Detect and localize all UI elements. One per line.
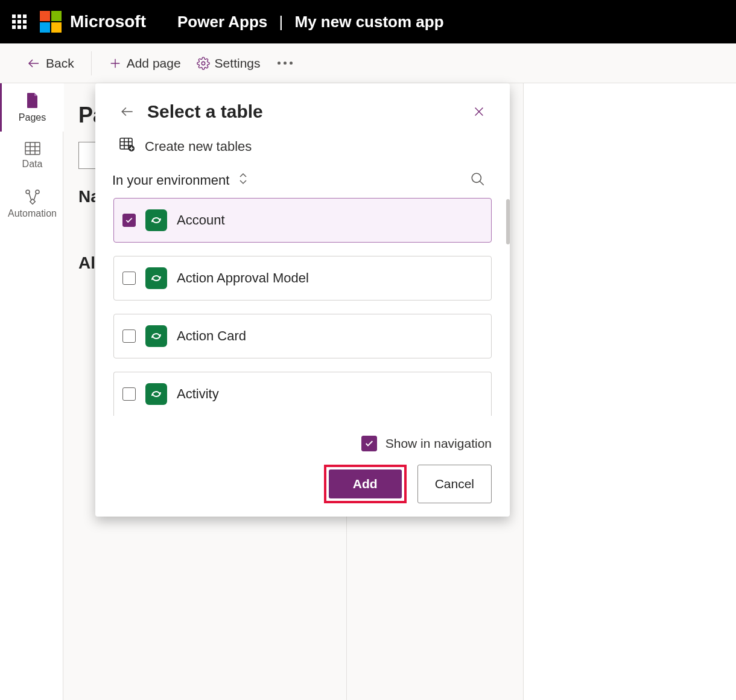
page-icon: [25, 92, 40, 109]
rail-label: Data: [22, 159, 43, 170]
dialog-back-button[interactable]: [119, 104, 135, 119]
checkbox[interactable]: [122, 329, 136, 343]
dataverse-icon: [145, 209, 167, 231]
settings-label: Settings: [215, 56, 261, 71]
toolbar-separator: [91, 51, 92, 75]
dataverse-icon: [145, 267, 167, 289]
table-item-account[interactable]: Account: [113, 198, 492, 243]
automation-icon: [25, 189, 40, 205]
rail-item-data[interactable]: Data: [0, 132, 63, 180]
table-icon: [25, 142, 40, 155]
table-item-action-approval-model[interactable]: Action Approval Model: [113, 256, 492, 301]
arrow-left-icon: [27, 56, 41, 71]
preview-pane: [523, 83, 736, 700]
app-launcher-icon[interactable]: [12, 14, 27, 29]
back-label: Back: [46, 56, 74, 71]
checkbox[interactable]: [122, 272, 136, 285]
dialog-title: Select a table: [147, 101, 460, 122]
search-button[interactable]: [470, 171, 486, 189]
all-header-fragment: Al: [78, 253, 95, 273]
scrollbar-thumb[interactable]: [506, 199, 510, 244]
show-nav-label: Show in navigation: [385, 436, 492, 451]
create-new-tables-button[interactable]: Create new tables: [95, 129, 510, 167]
back-button[interactable]: Back: [24, 52, 77, 74]
add-page-button[interactable]: Add page: [106, 52, 183, 74]
environment-filter-button[interactable]: In your environment: [112, 172, 249, 189]
app-title: Power Apps | My new custom app: [177, 13, 444, 31]
table-item-activity[interactable]: Activity: [113, 372, 492, 416]
cancel-button[interactable]: Cancel: [417, 465, 492, 503]
add-page-label: Add page: [127, 56, 181, 71]
more-button[interactable]: [274, 58, 296, 68]
table-label: Account: [177, 212, 225, 228]
plus-icon: [109, 57, 122, 70]
rail-item-pages[interactable]: Pages: [0, 83, 63, 132]
svg-point-0: [201, 62, 205, 65]
table-label: Action Approval Model: [177, 270, 309, 286]
brand-text: Microsoft: [70, 12, 146, 31]
top-header: Microsoft Power Apps | My new custom app: [0, 0, 736, 43]
sort-icon: [238, 172, 249, 189]
table-item-action-card[interactable]: Action Card: [113, 314, 492, 358]
show-in-navigation-row: Show in navigation: [113, 436, 492, 451]
dataverse-icon: [145, 325, 167, 347]
table-label: Activity: [177, 386, 219, 402]
gear-icon: [197, 57, 210, 70]
table-label: Action Card: [177, 328, 246, 344]
microsoft-logo-icon: [40, 11, 62, 33]
toolbar: Back Add page Settings: [0, 43, 736, 83]
rail-item-automation[interactable]: Automation: [0, 180, 63, 228]
create-new-label: Create new tables: [145, 139, 252, 154]
create-table-icon: [119, 138, 135, 156]
table-list: Account Action Approval Model Action Car…: [95, 198, 510, 416]
svg-rect-1: [25, 142, 40, 154]
filter-label-text: In your environment: [112, 173, 229, 188]
checkbox[interactable]: [122, 387, 136, 401]
svg-point-7: [472, 173, 481, 182]
settings-button[interactable]: Settings: [194, 52, 263, 74]
checkbox[interactable]: [122, 214, 136, 227]
close-button[interactable]: [472, 105, 486, 118]
rail-label: Pages: [19, 112, 46, 123]
dataverse-icon: [145, 383, 167, 405]
add-button-highlight: Add: [324, 465, 407, 503]
search-input-fragment: [78, 142, 97, 169]
show-nav-checkbox[interactable]: [361, 436, 377, 451]
left-rail: Pages Data Automation: [0, 83, 63, 700]
select-table-dialog: Select a table Create new tables In your…: [95, 83, 510, 517]
rail-label: Automation: [8, 208, 57, 219]
add-button[interactable]: Add: [329, 469, 402, 498]
brand: Microsoft: [40, 11, 146, 33]
